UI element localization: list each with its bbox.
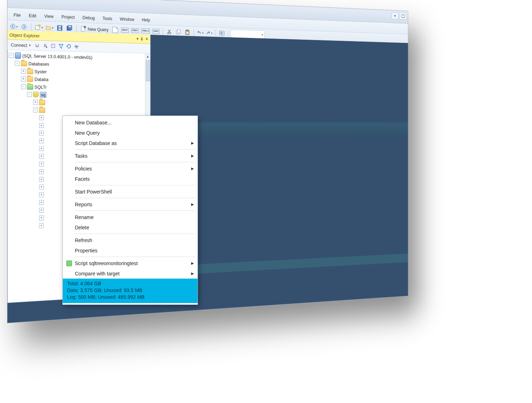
panel-dropdown-icon[interactable]: ▾ [137, 36, 138, 41]
sqltreeo-icon [66, 261, 72, 266]
new-query-button[interactable]: New Query [79, 26, 110, 33]
tree-node[interactable]: − [9, 106, 149, 114]
save-all-button[interactable] [65, 24, 74, 33]
svg-point-12 [84, 26, 85, 28]
panel-title: Object Explorer [10, 32, 40, 39]
ctx-delete[interactable]: Delete [63, 222, 198, 233]
open-button[interactable]: ▾ [45, 23, 54, 32]
svg-rect-16 [177, 29, 180, 33]
dmx-query-button[interactable]: DMX [131, 26, 139, 35]
ctx-properties[interactable]: Properties [63, 245, 198, 256]
disconnect-icon[interactable] [34, 42, 40, 49]
submenu-arrow-icon: ▶ [191, 202, 194, 206]
ctx-script-database-as[interactable]: Script Database as▶ [63, 138, 198, 148]
ctx-storage-stats: Total: 4.064 GB Data: 3.575 GB; Unused: … [63, 279, 198, 303]
svg-point-1 [11, 24, 15, 29]
svg-rect-0 [402, 15, 405, 18]
ctx-reports[interactable]: Reports▶ [63, 199, 198, 209]
disconnect2-icon[interactable] [42, 43, 48, 49]
menu-tools[interactable]: Tools [99, 15, 116, 22]
scroll-thumb[interactable] [146, 60, 150, 81]
tree-node[interactable]: + [9, 98, 149, 107]
svg-rect-10 [68, 26, 71, 27]
menu-file[interactable]: File [10, 11, 25, 19]
ctx-new-query[interactable]: New Query [63, 128, 198, 138]
stats-log: Log: 500 MB; Unused: 485.992 MB [67, 294, 195, 301]
undo-button[interactable]: ▾ [196, 29, 204, 37]
mdx-query-button[interactable]: MDX [121, 26, 129, 34]
quicklaunch-dropdown[interactable]: ▾ [392, 12, 398, 19]
svg-rect-19 [186, 32, 189, 34]
xmla-query-button[interactable]: XMLA [140, 27, 151, 35]
submenu-arrow-icon: ▶ [191, 272, 194, 275]
toolbar-separator [31, 23, 32, 31]
menu-window[interactable]: Window [116, 15, 138, 23]
ctx-policies[interactable]: Policies▶ [63, 163, 198, 174]
ctx-separator [75, 185, 195, 185]
window-maximize-icon[interactable] [400, 13, 406, 20]
redo-button[interactable]: ▾ [205, 29, 213, 37]
svg-point-4 [39, 24, 41, 27]
ctx-tasks[interactable]: Tasks▶ [63, 151, 198, 161]
stats-data: Data: 3.575 GB; Unused: 93.5 MB [67, 287, 195, 294]
toolbar-separator [76, 25, 77, 33]
ctx-new-database[interactable]: New Database... [63, 117, 198, 128]
panel-close-icon[interactable]: ✕ [145, 37, 149, 41]
menu-edit[interactable]: Edit [25, 12, 40, 19]
svg-rect-6 [59, 26, 61, 28]
svg-point-2 [22, 24, 26, 29]
ctx-separator [75, 149, 195, 150]
database-icon [33, 92, 38, 97]
copy-button[interactable] [174, 28, 182, 36]
dax-query-button[interactable]: DAX [152, 27, 160, 35]
cut-button[interactable] [165, 28, 173, 36]
script-file-button[interactable] [111, 26, 119, 34]
ctx-facets[interactable]: Facets [63, 174, 198, 184]
filter-icon[interactable] [58, 43, 64, 49]
ctx-separator [75, 257, 195, 257]
submenu-arrow-icon: ▶ [191, 167, 194, 170]
submenu-arrow-icon: ▶ [191, 141, 194, 145]
svg-rect-18 [187, 30, 188, 31]
ctx-separator [75, 162, 195, 162]
folder-icon [27, 69, 33, 74]
toolbar-separator [194, 29, 194, 36]
submenu-arrow-icon: ▶ [191, 154, 194, 158]
folder-icon [21, 61, 27, 66]
paste-button[interactable] [183, 28, 191, 36]
stop-icon[interactable] [50, 43, 56, 49]
context-menu: New Database... New Query Script Databas… [62, 116, 198, 305]
ctx-separator [75, 234, 195, 234]
menu-view[interactable]: View [40, 12, 58, 21]
ctx-script-sqltreeo[interactable]: Script sqltreeomonitoringtest ▶ [63, 258, 198, 268]
toolbar-separator [162, 28, 163, 35]
ctx-rename[interactable]: Rename [63, 212, 198, 222]
activity-monitor-button[interactable] [218, 29, 226, 38]
folder-icon [39, 100, 45, 105]
folder-icon [39, 107, 45, 113]
svg-rect-7 [59, 28, 61, 30]
toolbar-separator [228, 30, 228, 37]
folder-icon [27, 84, 33, 89]
save-button[interactable] [55, 24, 64, 32]
folder-icon [27, 76, 33, 82]
ctx-refresh[interactable]: Refresh [63, 235, 198, 245]
ctx-start-powershell[interactable]: Start PowerShell [63, 186, 198, 197]
ctx-separator [75, 198, 195, 198]
nav-back-button[interactable]: ▾ [10, 22, 18, 31]
menu-help[interactable]: Help [138, 16, 154, 24]
connect-button[interactable]: Connect▾ [10, 41, 32, 49]
menu-debug[interactable]: Debug [79, 14, 99, 22]
refresh-icon[interactable] [66, 43, 72, 50]
scroll-up-icon[interactable]: ▲ [145, 54, 150, 59]
ctx-separator [75, 211, 195, 211]
nav-forward-button[interactable] [20, 22, 28, 31]
activity-icon[interactable] [74, 43, 80, 50]
ctx-compare-target[interactable]: Compare with target▶ [63, 268, 198, 279]
menu-project[interactable]: Project [57, 13, 78, 21]
server-icon [15, 52, 21, 59]
svg-rect-21 [51, 44, 55, 47]
new-project-button[interactable]: ▾ [34, 23, 43, 32]
panel-pin-icon[interactable] [140, 37, 144, 41]
stats-total: Total: 4.064 GB [67, 280, 195, 287]
